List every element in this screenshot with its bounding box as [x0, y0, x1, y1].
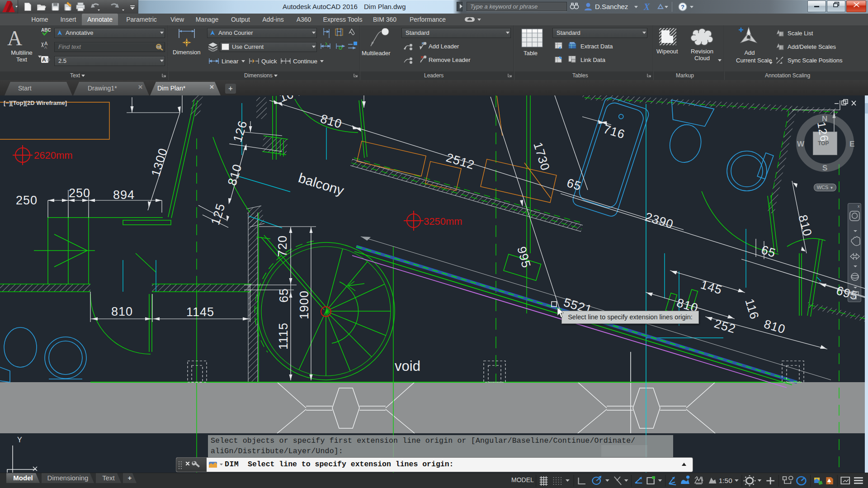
svg-text:810: 810	[225, 162, 245, 187]
svg-text:894: 894	[113, 188, 135, 202]
svg-text:810: 810	[319, 112, 344, 131]
svg-text:1145: 1145	[186, 305, 214, 319]
svg-text:Y: Y	[17, 436, 22, 444]
svg-text:x: x	[858, 204, 860, 208]
svg-text:116: 116	[742, 297, 761, 321]
svg-text:2512: 2512	[444, 151, 476, 172]
svg-text:810: 810	[762, 317, 787, 336]
svg-text:716: 716	[602, 122, 627, 142]
svg-text:125: 125	[208, 202, 228, 227]
svg-text:126: 126	[231, 119, 250, 144]
svg-text:1:50: 1:50	[719, 478, 732, 484]
svg-text:250: 250	[16, 194, 38, 207]
svg-text:Continue: Continue	[293, 58, 317, 65]
svg-text:1900: 1900	[297, 290, 311, 319]
svg-text:126: 126	[815, 121, 831, 143]
svg-text:250: 250	[69, 186, 90, 200]
svg-text:720: 720	[276, 235, 289, 257]
svg-text:X: X	[643, 2, 650, 12]
svg-text:balcony: balcony	[297, 170, 346, 198]
svg-text:A: A	[42, 57, 46, 63]
svg-text:?: ?	[681, 4, 684, 10]
svg-text:Linear: Linear	[222, 58, 239, 65]
svg-text:1300: 1300	[149, 147, 170, 178]
svg-text:65: 65	[277, 288, 291, 303]
svg-text:ABC: ABC	[41, 28, 51, 33]
svg-text:2390: 2390	[643, 210, 675, 231]
svg-text:AB: AB	[157, 45, 161, 48]
svg-text:1730: 1730	[531, 141, 552, 172]
svg-text:2620mm: 2620mm	[34, 150, 73, 161]
svg-text:104: 104	[278, 95, 302, 105]
svg-text:252: 252	[712, 317, 737, 336]
svg-text:3250mm: 3250mm	[424, 216, 462, 227]
svg-text:810: 810	[796, 213, 814, 238]
svg-text:D.Sanchez: D.Sanchez	[595, 3, 628, 10]
svg-text:1115: 1115	[277, 322, 290, 350]
svg-text:Quick: Quick	[261, 58, 277, 65]
svg-text:65: 65	[760, 243, 777, 260]
svg-text:810: 810	[111, 305, 133, 318]
svg-text:void: void	[395, 358, 420, 374]
svg-text:A: A	[44, 45, 47, 50]
svg-text:65: 65	[565, 176, 583, 193]
svg-text:145: 145	[699, 278, 724, 297]
